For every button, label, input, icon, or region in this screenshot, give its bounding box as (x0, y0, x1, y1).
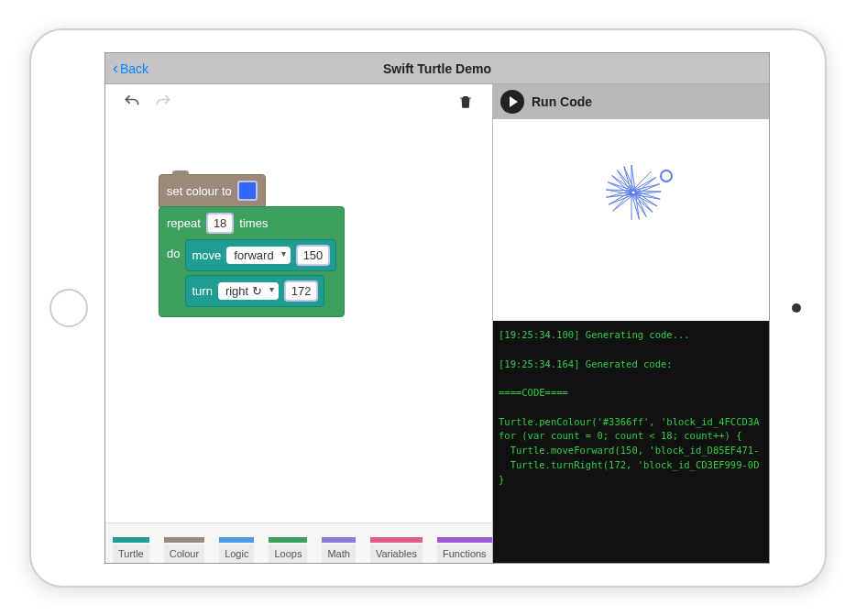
play-icon (500, 90, 524, 114)
block-move[interactable]: move forward 150 (185, 239, 336, 271)
move-label: move (192, 248, 221, 262)
blocks-workspace[interactable]: set colour to repeat 18 times do (105, 119, 492, 522)
console-output: [19:25:34.100] Generating code... [19:25… (493, 321, 769, 563)
turn-angle-input[interactable]: 172 (284, 280, 319, 302)
category-color-bar (113, 537, 149, 543)
ipad-frame: ‹ Back Swift Turtle Demo (29, 28, 827, 588)
svg-point-18 (661, 170, 672, 182)
run-label: Run Code (532, 94, 592, 109)
category-label: Variables (370, 544, 423, 563)
output-pane: Run Code [19:25:34.100] Generating code.… (492, 84, 769, 563)
category-color-bar (370, 537, 423, 543)
category-color-bar (437, 537, 492, 543)
trash-icon[interactable] (454, 90, 477, 114)
block-repeat[interactable]: repeat 18 times do move forward (159, 206, 345, 317)
category-tab-variables[interactable]: Variables (363, 523, 430, 563)
category-label: Math (322, 544, 355, 563)
block-set-colour[interactable]: set colour to (159, 174, 266, 207)
repeat-count-input[interactable]: 18 (206, 213, 234, 234)
set-colour-label: set colour to (167, 184, 232, 198)
category-tab-colour[interactable]: Colour (157, 523, 212, 563)
do-label: do (167, 239, 180, 260)
category-label: Turtle (113, 544, 149, 563)
turn-label: turn (192, 284, 212, 298)
category-label: Loops (269, 544, 307, 563)
category-color-bar (164, 537, 204, 543)
repeat-label: repeat (167, 216, 201, 230)
colour-swatch[interactable] (237, 181, 258, 201)
app-screen: ‹ Back Swift Turtle Demo (104, 52, 770, 564)
nav-bar: ‹ Back Swift Turtle Demo (105, 53, 769, 84)
home-button[interactable] (49, 289, 88, 327)
category-tab-functions[interactable]: Functions (430, 523, 499, 563)
category-color-bar (219, 537, 254, 543)
move-distance-input[interactable]: 150 (296, 245, 331, 266)
category-tab-math[interactable]: Math (314, 523, 362, 563)
times-label: times (239, 216, 268, 230)
move-direction-dropdown[interactable]: forward (226, 247, 290, 264)
category-tab-logic[interactable]: Logic (212, 523, 261, 563)
camera-dot (792, 303, 801, 313)
category-label: Functions (437, 544, 492, 563)
category-label: Colour (164, 544, 204, 563)
editor-pane: set colour to repeat 18 times do (105, 84, 492, 563)
block-turn[interactable]: turn right ↻ 172 (185, 275, 324, 307)
turtle-canvas (493, 119, 769, 321)
category-color-bar (322, 537, 355, 543)
run-code-button[interactable]: Run Code (493, 84, 769, 119)
redo-icon[interactable] (151, 90, 175, 114)
category-tab-loops[interactable]: Loops (261, 523, 314, 563)
editor-toolbar (105, 84, 492, 119)
main-split: set colour to repeat 18 times do (105, 84, 769, 563)
turn-direction-dropdown[interactable]: right ↻ (218, 282, 279, 300)
category-color-bar (269, 537, 307, 543)
page-title: Swift Turtle Demo (383, 61, 491, 76)
undo-icon[interactable] (120, 90, 144, 114)
category-tab-turtle[interactable]: Turtle (105, 523, 157, 563)
category-tabs: TurtleColourLogicLoopsMathVariablesFunct… (105, 522, 492, 563)
chevron-left-icon: ‹ (113, 59, 118, 78)
back-label: Back (120, 61, 148, 76)
category-label: Logic (219, 544, 254, 563)
block-stack: set colour to repeat 18 times do (159, 174, 345, 317)
back-button[interactable]: ‹ Back (105, 59, 156, 78)
turtle-drawing (549, 138, 714, 302)
